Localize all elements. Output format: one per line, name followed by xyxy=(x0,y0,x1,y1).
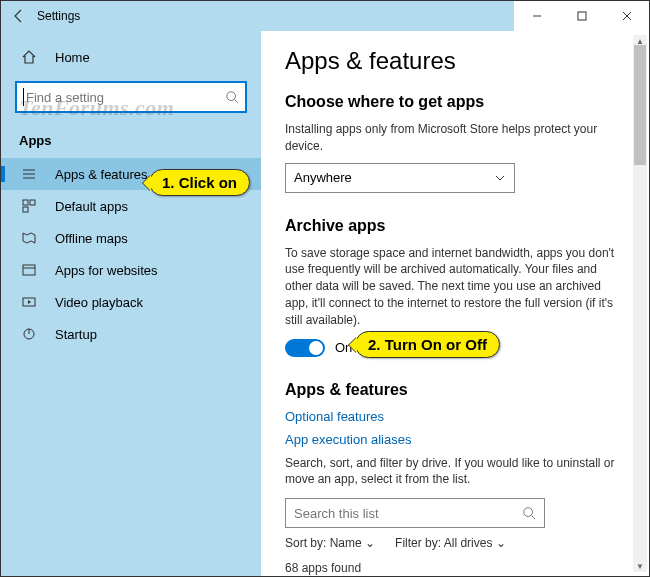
window-title: Settings xyxy=(37,9,514,23)
section-heading: Apps & features xyxy=(285,381,625,399)
apps-websites-icon xyxy=(19,262,39,278)
search-icon xyxy=(522,506,536,520)
video-playback-icon xyxy=(19,294,39,310)
search-input-container[interactable] xyxy=(15,81,247,113)
startup-icon xyxy=(19,326,39,342)
sidebar-item-label: Startup xyxy=(55,327,97,342)
apps-search-box[interactable]: Search this list xyxy=(285,498,545,528)
annotation-callout-1: 1. Click on xyxy=(149,169,250,196)
link-app-execution-aliases[interactable]: App execution aliases xyxy=(285,432,625,447)
scroll-down-icon[interactable]: ▼ xyxy=(633,560,647,572)
filter-dropdown[interactable]: All drives ⌄ xyxy=(444,536,506,550)
apps-features-icon xyxy=(19,166,39,182)
svg-point-4 xyxy=(227,92,236,101)
annotation-callout-2: 2. Turn On or Off xyxy=(355,331,500,358)
svg-rect-10 xyxy=(30,200,35,205)
default-apps-icon xyxy=(19,198,39,214)
scrollbar[interactable]: ▲ ▼ xyxy=(633,35,647,572)
svg-point-17 xyxy=(524,508,533,517)
scroll-thumb[interactable] xyxy=(634,45,646,165)
section-heading: Choose where to get apps xyxy=(285,93,625,111)
link-optional-features[interactable]: Optional features xyxy=(285,409,625,424)
sidebar-item-video-playback[interactable]: Video playback xyxy=(1,286,261,318)
section-choose-apps: Choose where to get apps Installing apps… xyxy=(285,93,625,193)
back-icon[interactable] xyxy=(11,8,27,24)
svg-rect-1 xyxy=(578,12,586,20)
sidebar-category: Apps xyxy=(1,125,261,158)
search-input[interactable] xyxy=(26,90,225,105)
sidebar-item-label: Offline maps xyxy=(55,231,128,246)
dropdown-value: Anywhere xyxy=(294,170,352,185)
section-desc: To save storage space and internet bandw… xyxy=(285,245,625,329)
section-apps-features-list: Apps & features Optional features App ex… xyxy=(285,381,625,576)
chevron-down-icon xyxy=(494,172,506,184)
sidebar-item-label: Default apps xyxy=(55,199,128,214)
offline-maps-icon xyxy=(19,230,39,246)
sidebar-item-label: Video playback xyxy=(55,295,143,310)
archive-toggle[interactable] xyxy=(285,339,325,357)
sidebar-item-apps-websites[interactable]: Apps for websites xyxy=(1,254,261,286)
titlebar: Settings xyxy=(1,1,649,31)
search-icon xyxy=(225,90,239,104)
settings-window: Settings TenForums.com Home A xyxy=(0,0,650,577)
sort-filter-row: Sort by: Name ⌄ Filter by: All drives ⌄ xyxy=(285,536,625,550)
section-heading: Archive apps xyxy=(285,217,625,235)
page-title: Apps & features xyxy=(285,47,625,75)
content-area: TenForums.com Home Apps Apps & fea xyxy=(1,31,649,576)
window-controls xyxy=(514,1,649,31)
apps-search-placeholder: Search this list xyxy=(294,506,379,521)
sidebar-home-label: Home xyxy=(55,50,90,65)
section-desc: Installing apps only from Microsoft Stor… xyxy=(285,121,625,155)
sort-dropdown[interactable]: Name ⌄ xyxy=(330,536,379,550)
filter-label: Filter by: xyxy=(395,536,441,550)
sidebar-item-label: Apps & features xyxy=(55,167,148,182)
install-source-dropdown[interactable]: Anywhere xyxy=(285,163,515,193)
sidebar-item-label: Apps for websites xyxy=(55,263,158,278)
chevron-down-icon: ⌄ xyxy=(496,536,506,550)
sort-label: Sort by: xyxy=(285,536,326,550)
maximize-button[interactable] xyxy=(559,1,604,31)
main-panel: Apps & features Choose where to get apps… xyxy=(261,31,649,576)
sidebar-home[interactable]: Home xyxy=(1,41,261,73)
sidebar-item-startup[interactable]: Startup xyxy=(1,318,261,350)
apps-count: 68 apps found xyxy=(285,560,625,576)
svg-rect-12 xyxy=(23,265,35,275)
sidebar: TenForums.com Home Apps Apps & fea xyxy=(1,31,261,576)
svg-rect-9 xyxy=(23,200,28,205)
svg-line-18 xyxy=(532,516,536,520)
minimize-button[interactable] xyxy=(514,1,559,31)
home-icon xyxy=(19,49,39,65)
section-desc: Search, sort, and filter by drive. If yo… xyxy=(285,455,625,489)
svg-rect-11 xyxy=(23,207,28,212)
chevron-down-icon: ⌄ xyxy=(365,536,375,550)
sidebar-item-offline-maps[interactable]: Offline maps xyxy=(1,222,261,254)
svg-line-5 xyxy=(235,100,239,104)
text-caret xyxy=(23,88,24,106)
close-button[interactable] xyxy=(604,1,649,31)
